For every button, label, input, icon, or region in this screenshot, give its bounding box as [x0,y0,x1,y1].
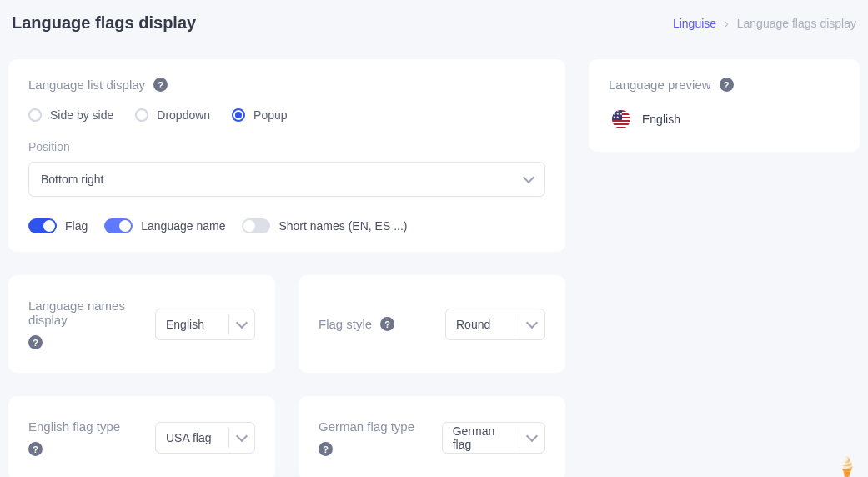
radio-icon [135,108,148,122]
help-icon[interactable]: ? [319,442,333,456]
radio-icon [232,108,245,122]
names-display-select[interactable]: English [155,309,255,340]
display-mode-radio-group: Side by side Dropdown Popup [28,108,545,122]
help-icon[interactable]: ? [153,78,168,92]
toggle-language-name-label: Language name [141,219,225,233]
german-flag-value: German flag [443,424,519,451]
german-flag-type-card: German flag type ? German flag [299,396,565,477]
radio-side-by-side[interactable]: Side by side [28,108,113,122]
english-flag-type-card: English flag type ? USA flag [8,396,275,477]
chevron-down-icon [526,316,538,328]
toggle-flag[interactable] [28,218,57,233]
chevron-down-icon [523,172,534,183]
section-label: Language list display [28,78,145,92]
english-flag-value: USA flag [156,431,228,444]
breadcrumb-link-linguise[interactable]: Linguise [673,17,716,30]
toggle-language-name[interactable] [104,218,133,233]
flag-style-label: Flag style [319,317,372,331]
toggle-flag-label: Flag [65,219,88,233]
toggle-short-names[interactable] [242,218,270,233]
radio-icon [28,108,42,122]
toggle-short-names-label: Short names (EN, ES ...) [278,219,407,233]
breadcrumb-current: Language flags display [737,17,856,30]
preview-language: English [642,113,680,126]
position-select[interactable]: Bottom right [28,162,545,197]
german-flag-select[interactable]: German flag [442,422,545,454]
german-flag-label: German flag type [319,419,414,434]
names-display-value: English [156,318,228,331]
flag-style-select[interactable]: Round [445,309,545,340]
language-preview-card: Language preview ? English [589,59,860,152]
help-icon[interactable]: ? [28,442,43,456]
preview-item[interactable]: English [609,110,840,128]
radio-label: Dropdown [157,108,210,122]
corner-decoration-icon: 🍦 [835,456,858,477]
radio-popup[interactable]: Popup [232,108,287,122]
english-flag-select[interactable]: USA flag [155,422,255,454]
language-names-display-card: Language names display ? English [8,275,275,373]
language-list-display-card: Language list display ? Side by side Dro… [8,59,565,252]
chevron-down-icon [236,430,248,442]
chevron-down-icon [236,316,248,328]
us-flag-icon [612,110,630,128]
breadcrumb: Linguise › Language flags display [673,17,856,30]
chevron-down-icon [526,430,538,442]
english-flag-label: English flag type [28,419,120,434]
names-display-label: Language names display [28,299,142,327]
position-label: Position [28,140,545,153]
radio-label: Popup [253,108,287,122]
page-title: Language flags display [12,13,196,33]
flag-style-card: Flag style ? Round [299,275,565,373]
radio-label: Side by side [50,108,113,122]
help-icon[interactable]: ? [28,335,43,349]
position-value: Bottom right [41,173,103,186]
radio-dropdown[interactable]: Dropdown [135,108,210,122]
help-icon[interactable]: ? [720,78,734,92]
preview-label: Language preview [609,78,711,92]
flag-style-value: Round [446,318,519,331]
help-icon[interactable]: ? [380,317,394,331]
chevron-right-icon: › [725,17,729,30]
